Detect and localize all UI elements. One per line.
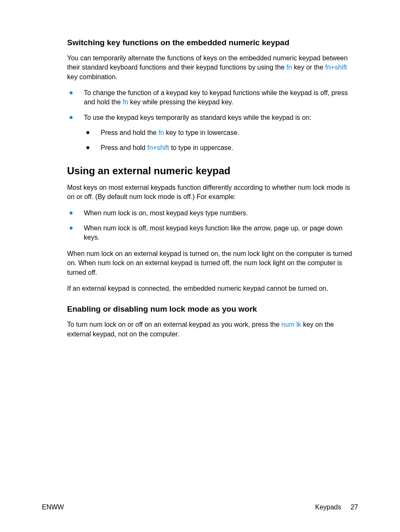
key-num-lk: num lk: [281, 321, 301, 328]
text-fragment: Press and hold the: [101, 129, 158, 136]
page: Switching key functions on the embedded …: [0, 0, 400, 532]
para-intro-switching: You can temporarily alternate the functi…: [67, 54, 358, 82]
list-item: To change the function of a keypad key t…: [67, 88, 358, 107]
key-fn: fn: [286, 64, 292, 71]
list-item: When num lock is on, most keypad keys ty…: [67, 209, 358, 218]
sublist: Press and hold the fn key to type in low…: [84, 128, 358, 153]
key-fn-shift: fn+shift: [325, 64, 347, 71]
para-external-intro: Most keys on most external keypads funct…: [67, 183, 358, 202]
bullet-list-switching: To change the function of a keypad key t…: [67, 88, 358, 153]
list-item: When num lock is off, most keypad keys f…: [67, 224, 358, 243]
text-fragment: To turn num lock on or off on an externa…: [67, 321, 281, 328]
bullet-list-external: When num lock is on, most keypad keys ty…: [67, 209, 358, 243]
page-number: 27: [351, 504, 358, 511]
list-item: Press and hold fn+shift to type in upper…: [84, 143, 358, 152]
key-fn-shift: fn+shift: [147, 144, 169, 151]
text-fragment: key to type in lowercase.: [164, 129, 239, 136]
text-fragment: key while pressing the keypad key.: [128, 98, 234, 106]
key-fn: fn: [123, 98, 128, 106]
heading-enable-disable-numlock: Enabling or disabling num lock mode as y…: [67, 304, 358, 314]
text-fragment: To use the keypad keys temporarily as st…: [84, 114, 312, 121]
text-fragment: key combination.: [67, 73, 117, 80]
heading-using-external-keypad: Using an external numeric keypad: [67, 165, 358, 177]
text-fragment: Press and hold: [101, 144, 147, 151]
list-item: To use the keypad keys temporarily as st…: [67, 113, 358, 153]
footer-left-label: ENWW: [42, 504, 64, 511]
footer-section-label: Keypads: [315, 504, 341, 511]
para-numlock-light: When num lock on an external keypad is t…: [67, 249, 358, 277]
heading-switching-key-functions: Switching key functions on the embedded …: [67, 38, 358, 48]
key-fn: fn: [158, 129, 164, 136]
text-fragment: key or the: [292, 64, 325, 71]
list-item: Press and hold the fn key to type in low…: [84, 128, 358, 137]
footer-right: Keypads 27: [315, 504, 358, 511]
para-numlock-toggle: To turn num lock on or off on an externa…: [67, 320, 358, 339]
para-embedded-disabled: If an external keypad is connected, the …: [67, 284, 358, 293]
text-fragment: to type in uppercase.: [169, 144, 233, 151]
